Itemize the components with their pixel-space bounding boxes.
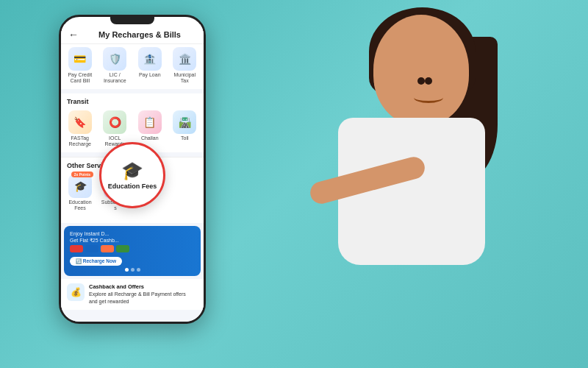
point-badge: 2x Points xyxy=(71,171,93,177)
education-highlight-circle[interactable]: 🎓 Education Fees xyxy=(99,142,165,208)
dot-2 xyxy=(131,268,135,272)
cashback-description: Explore all Recharge & Bill Payment offe… xyxy=(89,291,186,304)
banner-dots xyxy=(70,268,195,272)
cashback-icon: 💰 xyxy=(67,283,85,301)
challan-icon: 📋 xyxy=(138,110,162,134)
grid-item-municipal[interactable]: 🏛️ MunicipalTax xyxy=(169,47,201,85)
girl-head xyxy=(373,15,469,125)
logo-2 xyxy=(85,245,98,252)
education-label: EducationFees xyxy=(68,199,91,212)
toll-label: Toll xyxy=(181,135,189,141)
dot-3 xyxy=(137,268,140,272)
education-circle-label: Education Fees xyxy=(108,183,157,191)
credit-card-label: Pay CreditCard Bill xyxy=(68,72,92,85)
education-icon: 🎓 xyxy=(68,174,92,198)
transit-section-title: Transit xyxy=(61,93,204,107)
grid-item-fastag[interactable]: 🔖 FASTagRecharge xyxy=(64,110,96,148)
back-arrow-icon[interactable]: ← xyxy=(68,29,79,40)
promo-banner[interactable]: Enjoy Instant D...Get Flat ₹25 Cashb... … xyxy=(64,226,201,276)
cashback-section[interactable]: 💰 Cashback and Offers Explore all Rechar… xyxy=(61,279,204,310)
municipal-icon: 🏛️ xyxy=(173,47,196,71)
grid-item-education[interactable]: 2x Points 🎓 EducationFees xyxy=(64,174,96,217)
toll-icon: 🛣️ xyxy=(173,110,196,134)
grid-item-loan[interactable]: 🏦 Pay Loan xyxy=(134,47,166,85)
promo-text: Enjoy Instant D...Get Flat ₹25 Cashb... xyxy=(70,230,195,244)
promo-logos xyxy=(70,245,195,252)
phone-header: ← My Recharges & Bills xyxy=(61,24,204,44)
girl-illustration xyxy=(250,0,573,368)
girl-eye-left xyxy=(417,77,425,85)
challan-label: Challan xyxy=(141,135,159,141)
logo-3 xyxy=(101,245,114,252)
cashback-title: Cashback and Offers xyxy=(89,283,186,291)
credit-card-icon: 💳 xyxy=(68,47,92,71)
cashback-text: Cashback and Offers Explore all Recharge… xyxy=(89,283,186,305)
phone-screen-title: My Recharges & Bills xyxy=(83,30,196,39)
payments-grid: 💳 Pay CreditCard Bill 🛡️ LIC /Insurance … xyxy=(61,44,204,89)
grid-item-challan[interactable]: 📋 Challan xyxy=(134,110,166,148)
fastag-label: FASTagRecharge xyxy=(69,135,91,148)
loan-label: Pay Loan xyxy=(139,72,161,78)
grid-item-toll[interactable]: 🛣️ Toll xyxy=(169,110,201,148)
loan-icon: 🏦 xyxy=(138,47,162,71)
girl-body xyxy=(294,7,529,361)
girl-eye-right xyxy=(425,77,432,85)
lic-label: LIC /Insurance xyxy=(104,72,126,85)
lic-icon: 🛡️ xyxy=(103,47,126,71)
logo-4 xyxy=(116,245,129,252)
grid-item-lic[interactable]: 🛡️ LIC /Insurance xyxy=(99,47,132,85)
logo-1 xyxy=(70,245,83,252)
iocl-icon: ⭕ xyxy=(103,110,126,134)
municipal-label: MunicipalTax xyxy=(173,72,196,85)
grid-item-iocl[interactable]: ⭕ IOCLRewards xyxy=(99,110,132,148)
grid-item-credit-card[interactable]: 💳 Pay CreditCard Bill xyxy=(64,47,96,85)
girl-smile xyxy=(414,92,443,103)
recharge-now-button[interactable]: 🔃 Recharge Now xyxy=(70,257,122,266)
dot-1 xyxy=(125,268,129,272)
phone-mockup: ← My Recharges & Bills 💳 Pay CreditCard … xyxy=(59,15,206,324)
education-circle-icon: 🎓 xyxy=(121,160,143,181)
phone-notch xyxy=(110,17,154,24)
fastag-icon: 🔖 xyxy=(68,110,92,134)
